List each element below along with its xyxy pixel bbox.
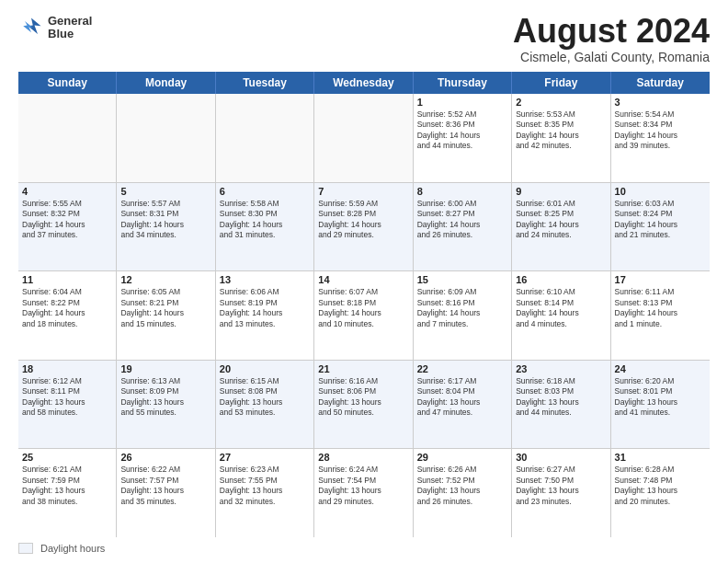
day-info: Sunrise: 6:05 AM Sunset: 8:21 PM Dayligh…	[120, 287, 210, 329]
day-cell-7: 7Sunrise: 5:59 AM Sunset: 8:28 PM Daylig…	[314, 183, 413, 271]
footer: Daylight hours	[18, 543, 710, 554]
calendar-row-1: 1Sunrise: 5:52 AM Sunset: 8:36 PM Daylig…	[18, 94, 710, 183]
weekday-header-wednesday: Wednesday	[314, 72, 413, 94]
day-info: Sunrise: 5:54 AM Sunset: 8:34 PM Dayligh…	[615, 109, 706, 152]
header: General Blue August 2024 Cismele, Galati…	[18, 15, 710, 64]
day-number: 8	[417, 186, 507, 197]
day-number: 7	[318, 186, 408, 197]
day-number: 20	[220, 363, 310, 374]
weekday-header-sunday: Sunday	[18, 72, 117, 94]
day-cell-25: 25Sunrise: 6:21 AM Sunset: 7:59 PM Dayli…	[18, 449, 117, 537]
day-number: 4	[22, 186, 112, 197]
location: Cismele, Galati County, Romania	[513, 50, 710, 64]
day-number: 30	[516, 452, 606, 463]
calendar-row-2: 4Sunrise: 5:55 AM Sunset: 8:32 PM Daylig…	[18, 183, 710, 272]
day-info: Sunrise: 6:07 AM Sunset: 8:18 PM Dayligh…	[318, 287, 408, 329]
logo-icon	[18, 15, 44, 40]
day-info: Sunrise: 6:20 AM Sunset: 8:01 PM Dayligh…	[615, 376, 706, 419]
day-cell-23: 23Sunrise: 6:18 AM Sunset: 8:03 PM Dayli…	[512, 361, 610, 449]
day-cell-10: 10Sunrise: 6:03 AM Sunset: 8:24 PM Dayli…	[611, 183, 710, 271]
day-info: Sunrise: 5:58 AM Sunset: 8:30 PM Dayligh…	[220, 199, 310, 241]
day-info: Sunrise: 6:26 AM Sunset: 7:52 PM Dayligh…	[417, 465, 507, 507]
day-info: Sunrise: 5:55 AM Sunset: 8:32 PM Dayligh…	[22, 199, 112, 241]
day-info: Sunrise: 6:13 AM Sunset: 8:09 PM Dayligh…	[120, 376, 210, 419]
calendar-row-4: 18Sunrise: 6:12 AM Sunset: 8:11 PM Dayli…	[18, 361, 710, 450]
day-number: 2	[516, 97, 606, 108]
day-number: 14	[318, 274, 408, 285]
day-number: 3	[615, 97, 706, 108]
day-cell-18: 18Sunrise: 6:12 AM Sunset: 8:11 PM Dayli…	[18, 361, 117, 449]
day-info: Sunrise: 5:53 AM Sunset: 8:35 PM Dayligh…	[516, 109, 606, 152]
svg-marker-1	[23, 21, 33, 32]
day-info: Sunrise: 5:52 AM Sunset: 8:36 PM Dayligh…	[417, 109, 507, 152]
day-number: 10	[615, 186, 706, 197]
day-cell-15: 15Sunrise: 6:09 AM Sunset: 8:16 PM Dayli…	[414, 271, 512, 360]
day-info: Sunrise: 6:17 AM Sunset: 8:04 PM Dayligh…	[417, 376, 507, 419]
weekday-header-thursday: Thursday	[414, 72, 512, 94]
day-cell-5: 5Sunrise: 5:57 AM Sunset: 8:31 PM Daylig…	[117, 183, 215, 271]
day-info: Sunrise: 6:09 AM Sunset: 8:16 PM Dayligh…	[417, 287, 507, 329]
empty-cell	[18, 94, 117, 182]
daylight-box-icon	[18, 543, 33, 554]
day-cell-24: 24Sunrise: 6:20 AM Sunset: 8:01 PM Dayli…	[611, 361, 710, 449]
day-cell-16: 16Sunrise: 6:10 AM Sunset: 8:14 PM Dayli…	[512, 271, 610, 360]
day-cell-30: 30Sunrise: 6:27 AM Sunset: 7:50 PM Dayli…	[512, 449, 610, 537]
weekday-header-friday: Friday	[512, 72, 610, 94]
day-cell-4: 4Sunrise: 5:55 AM Sunset: 8:32 PM Daylig…	[18, 183, 117, 271]
day-number: 19	[120, 363, 210, 374]
day-cell-11: 11Sunrise: 6:04 AM Sunset: 8:22 PM Dayli…	[18, 271, 117, 360]
calendar-row-3: 11Sunrise: 6:04 AM Sunset: 8:22 PM Dayli…	[18, 271, 710, 361]
day-cell-9: 9Sunrise: 6:01 AM Sunset: 8:25 PM Daylig…	[512, 183, 610, 271]
day-number: 13	[220, 274, 310, 285]
empty-cell	[117, 94, 215, 182]
day-cell-20: 20Sunrise: 6:15 AM Sunset: 8:08 PM Dayli…	[216, 361, 314, 449]
day-cell-31: 31Sunrise: 6:28 AM Sunset: 7:48 PM Dayli…	[611, 449, 710, 537]
day-number: 28	[318, 452, 408, 463]
day-cell-21: 21Sunrise: 6:16 AM Sunset: 8:06 PM Dayli…	[314, 361, 413, 449]
day-cell-14: 14Sunrise: 6:07 AM Sunset: 8:18 PM Dayli…	[314, 271, 413, 360]
title-block: August 2024 Cismele, Galati County, Roma…	[513, 15, 710, 64]
day-cell-12: 12Sunrise: 6:05 AM Sunset: 8:21 PM Dayli…	[117, 271, 215, 360]
day-info: Sunrise: 6:12 AM Sunset: 8:11 PM Dayligh…	[22, 376, 112, 419]
day-number: 12	[120, 274, 210, 285]
page: General Blue August 2024 Cismele, Galati…	[0, 0, 728, 563]
day-info: Sunrise: 6:27 AM Sunset: 7:50 PM Dayligh…	[516, 465, 606, 507]
day-number: 1	[417, 97, 507, 108]
month-year: August 2024	[513, 15, 710, 48]
day-info: Sunrise: 6:21 AM Sunset: 7:59 PM Dayligh…	[22, 465, 112, 507]
day-info: Sunrise: 6:00 AM Sunset: 8:27 PM Dayligh…	[417, 199, 507, 241]
day-info: Sunrise: 6:04 AM Sunset: 8:22 PM Dayligh…	[22, 287, 112, 329]
empty-cell	[314, 94, 413, 182]
day-info: Sunrise: 6:15 AM Sunset: 8:08 PM Dayligh…	[220, 376, 310, 419]
day-cell-3: 3Sunrise: 5:54 AM Sunset: 8:34 PM Daylig…	[611, 94, 710, 182]
day-cell-29: 29Sunrise: 6:26 AM Sunset: 7:52 PM Dayli…	[414, 449, 512, 537]
day-number: 18	[22, 363, 112, 374]
day-number: 29	[417, 452, 507, 463]
day-number: 23	[516, 363, 606, 374]
day-info: Sunrise: 6:11 AM Sunset: 8:13 PM Dayligh…	[615, 287, 706, 329]
logo: General Blue	[18, 15, 92, 41]
day-cell-26: 26Sunrise: 6:22 AM Sunset: 7:57 PM Dayli…	[117, 449, 215, 537]
day-cell-13: 13Sunrise: 6:06 AM Sunset: 8:19 PM Dayli…	[216, 271, 314, 360]
logo-text: General Blue	[48, 15, 92, 41]
day-number: 15	[417, 274, 507, 285]
day-info: Sunrise: 6:24 AM Sunset: 7:54 PM Dayligh…	[318, 465, 408, 507]
daylight-label: Daylight hours	[40, 543, 105, 554]
day-number: 16	[516, 274, 606, 285]
day-info: Sunrise: 6:22 AM Sunset: 7:57 PM Dayligh…	[120, 465, 210, 507]
empty-cell	[216, 94, 314, 182]
day-cell-6: 6Sunrise: 5:58 AM Sunset: 8:30 PM Daylig…	[216, 183, 314, 271]
day-number: 11	[22, 274, 112, 285]
day-info: Sunrise: 6:16 AM Sunset: 8:06 PM Dayligh…	[318, 376, 408, 419]
day-cell-1: 1Sunrise: 5:52 AM Sunset: 8:36 PM Daylig…	[414, 94, 512, 182]
day-info: Sunrise: 6:18 AM Sunset: 8:03 PM Dayligh…	[516, 376, 606, 419]
calendar: SundayMondayTuesdayWednesdayThursdayFrid…	[18, 72, 710, 537]
weekday-header-tuesday: Tuesday	[216, 72, 314, 94]
day-info: Sunrise: 6:06 AM Sunset: 8:19 PM Dayligh…	[220, 287, 310, 329]
day-cell-17: 17Sunrise: 6:11 AM Sunset: 8:13 PM Dayli…	[611, 271, 710, 360]
day-cell-8: 8Sunrise: 6:00 AM Sunset: 8:27 PM Daylig…	[414, 183, 512, 271]
calendar-body: 1Sunrise: 5:52 AM Sunset: 8:36 PM Daylig…	[18, 94, 710, 537]
day-cell-19: 19Sunrise: 6:13 AM Sunset: 8:09 PM Dayli…	[117, 361, 215, 449]
day-info: Sunrise: 5:59 AM Sunset: 8:28 PM Dayligh…	[318, 199, 408, 241]
day-cell-22: 22Sunrise: 6:17 AM Sunset: 8:04 PM Dayli…	[414, 361, 512, 449]
